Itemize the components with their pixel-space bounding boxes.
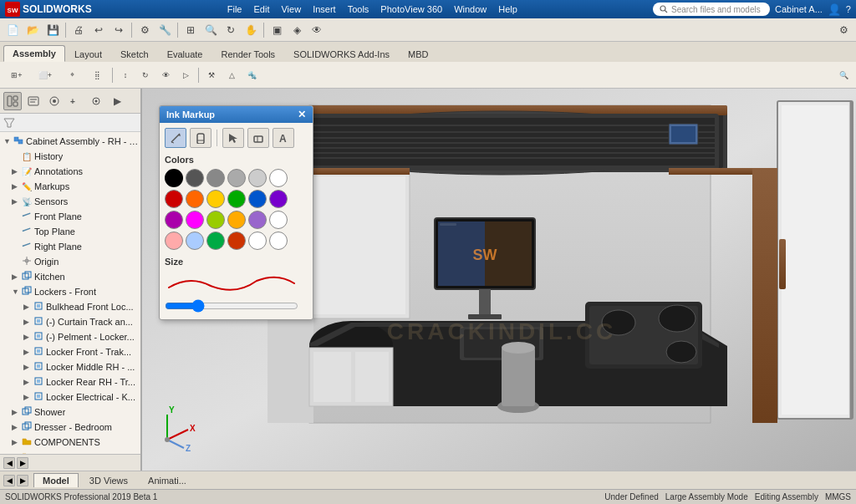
tree-item[interactable]: Top Plane: [0, 224, 140, 239]
color-swatch[interactable]: [206, 211, 225, 229]
section-view-btn[interactable]: ▣: [268, 21, 286, 39]
scroll-left-btn[interactable]: ◀: [3, 475, 15, 486]
color-swatch[interactable]: [186, 211, 204, 229]
tree-item[interactable]: Origin: [0, 254, 140, 269]
new-btn[interactable]: 📄: [3, 21, 22, 39]
ink-markup-header[interactable]: Ink Markup ✕: [160, 106, 313, 123]
smart-fasteners-btn[interactable]: 🔩: [242, 66, 261, 84]
display-manager-btn[interactable]: [87, 92, 105, 110]
color-swatch[interactable]: [248, 169, 267, 187]
save-btn[interactable]: 💾: [43, 21, 62, 39]
tab-render-tools[interactable]: Render Tools: [211, 46, 284, 62]
tree-item[interactable]: ▶📡Sensors: [0, 194, 140, 209]
feature-manager-btn[interactable]: [3, 92, 22, 110]
zoom-fit-btn[interactable]: ⊞: [181, 21, 200, 39]
menu-insert[interactable]: Insert: [313, 4, 336, 14]
tree-item[interactable]: ▶(-) Pelment - Locker...: [0, 329, 140, 344]
tab-3dviews[interactable]: 3D Views: [80, 473, 137, 487]
expand-btn[interactable]: ▶: [108, 92, 126, 110]
tab-layout[interactable]: Layout: [65, 46, 111, 62]
move-component-btn[interactable]: ↕: [116, 66, 135, 84]
scroll-right-btn[interactable]: ▶: [17, 475, 28, 486]
mate-btn[interactable]: ⌖: [60, 66, 84, 84]
color-swatch[interactable]: [227, 169, 246, 187]
property-manager-btn[interactable]: [24, 92, 43, 110]
rotate-btn[interactable]: ↻: [222, 21, 240, 39]
tree-item[interactable]: ▶Dresser - Bedroom: [0, 420, 140, 435]
hide-show-btn[interactable]: 👁: [308, 21, 326, 39]
tab-mbd[interactable]: MBD: [399, 46, 437, 62]
size-slider[interactable]: [165, 299, 298, 313]
tab-sketch[interactable]: Sketch: [111, 46, 158, 62]
tree-item[interactable]: ▶Locker Rear RH - Tr...: [0, 374, 140, 389]
tree-item[interactable]: 📋History: [0, 149, 140, 164]
tree-prev-btn[interactable]: ◀: [3, 457, 15, 469]
insert-component-btn[interactable]: ⊞+: [3, 66, 30, 84]
tab-evaluate[interactable]: Evaluate: [158, 46, 212, 62]
color-swatch[interactable]: [227, 232, 246, 250]
quick-filter-btn[interactable]: 🔍: [834, 66, 853, 84]
redo-btn[interactable]: ↪: [110, 21, 128, 39]
tree-item[interactable]: ▶(-) Curtain Track an...: [0, 314, 140, 329]
undo-btn[interactable]: ↩: [89, 21, 108, 39]
reference-geometry-btn[interactable]: △: [222, 66, 241, 84]
feature-tree-list[interactable]: ▼Cabinet Assembly - RH - Tr... 📋History▶…: [0, 132, 140, 454]
menu-photoview[interactable]: PhotoView 360: [380, 4, 442, 14]
menu-help[interactable]: Help: [498, 4, 517, 14]
menu-edit[interactable]: Edit: [254, 4, 270, 14]
color-swatch[interactable]: [186, 169, 204, 187]
color-swatch[interactable]: [248, 211, 267, 229]
menu-file[interactable]: File: [227, 4, 242, 14]
pan-btn[interactable]: ✋: [242, 21, 260, 39]
tree-item[interactable]: ▶Kitchen: [0, 269, 140, 284]
ink-cursor-tool[interactable]: [222, 128, 244, 148]
settings-btn[interactable]: ⚙: [834, 21, 853, 39]
configuration-manager-btn[interactable]: [45, 92, 64, 110]
tree-item[interactable]: Front Plane: [0, 209, 140, 224]
rotate-component-btn[interactable]: ↻: [136, 66, 155, 84]
options-btn[interactable]: 🔧: [155, 21, 174, 39]
zoom-in-btn[interactable]: 🔍: [201, 21, 220, 39]
color-swatch[interactable]: [269, 211, 288, 229]
color-swatch[interactable]: [206, 232, 225, 250]
new-component-btn[interactable]: ⬜+: [32, 66, 59, 84]
tree-item[interactable]: ▶Bulkhead Front Loc...: [0, 299, 140, 314]
open-btn[interactable]: 📂: [23, 21, 42, 39]
search-box[interactable]: Search files and models: [653, 3, 770, 16]
color-swatch[interactable]: [165, 232, 183, 250]
tree-item[interactable]: ▶📝Annotations: [0, 164, 140, 179]
color-swatch[interactable]: [248, 232, 267, 250]
change-suppression-btn[interactable]: ▷: [176, 66, 195, 84]
rebuild-btn[interactable]: ⚙: [135, 21, 154, 39]
ink-pen-tool[interactable]: [165, 128, 186, 148]
ink-text-tool[interactable]: A: [273, 128, 294, 148]
color-swatch[interactable]: [206, 169, 225, 187]
tree-item[interactable]: ▶✏️Markups: [0, 179, 140, 194]
3d-viewport[interactable]: SW: [142, 89, 856, 471]
tree-item[interactable]: ▶Locker Electrical - K...: [0, 389, 140, 405]
color-swatch[interactable]: [269, 232, 288, 250]
color-swatch[interactable]: [186, 232, 204, 250]
dim-xpert-btn[interactable]: +: [66, 92, 84, 110]
tree-item[interactable]: ▼Lockers - Front: [0, 284, 140, 299]
color-swatch[interactable]: [165, 169, 183, 187]
color-swatch[interactable]: [227, 190, 246, 208]
help-icon[interactable]: ?: [846, 4, 851, 14]
ink-markup-close[interactable]: ✕: [298, 109, 306, 120]
tree-item[interactable]: ▶COMPONENTS: [0, 435, 140, 450]
menu-view[interactable]: View: [281, 4, 301, 14]
tree-item[interactable]: ▶Locker Front - Trak...: [0, 344, 140, 359]
tree-item[interactable]: Right Plane: [0, 239, 140, 254]
show-hide-btn[interactable]: 👁: [156, 66, 175, 84]
assembly-features-btn[interactable]: ⚒: [202, 66, 221, 84]
tree-item[interactable]: ▶Shower: [0, 405, 140, 420]
tree-next-btn[interactable]: ▶: [17, 457, 28, 469]
menu-window[interactable]: Window: [454, 4, 487, 14]
print-btn[interactable]: 🖨: [69, 21, 88, 39]
tree-item[interactable]: ▼Cabinet Assembly - RH - Tr...: [0, 134, 140, 149]
tab-solidworks-addins[interactable]: SOLIDWORKS Add-Ins: [284, 46, 399, 62]
color-swatch[interactable]: [206, 190, 225, 208]
color-swatch[interactable]: [269, 190, 288, 208]
tab-model[interactable]: Model: [33, 473, 79, 487]
menu-tools[interactable]: Tools: [348, 4, 369, 14]
